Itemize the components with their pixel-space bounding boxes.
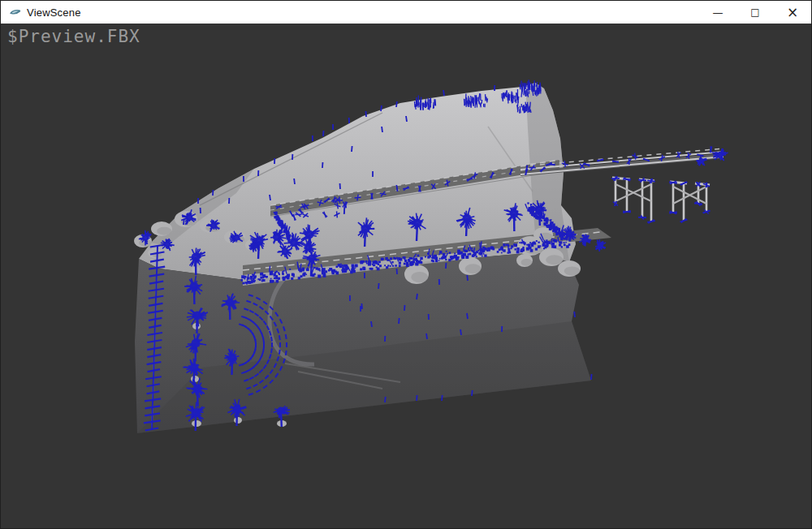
window-controls: — □ × <box>699 1 811 24</box>
maximize-button[interactable]: □ <box>736 1 774 24</box>
preview-filename-label: $Preview.FBX <box>7 27 140 46</box>
3d-viewport[interactable]: $Preview.FBX <box>1 24 812 529</box>
app-icon <box>9 6 22 19</box>
window-title: ViewScene <box>27 6 81 19</box>
scene-canvas[interactable] <box>1 24 812 529</box>
window-titlebar: ViewScene — □ × <box>1 1 811 24</box>
app-icon-glyph <box>9 6 22 19</box>
minimize-button[interactable]: — <box>699 1 736 24</box>
close-button[interactable]: × <box>774 1 811 24</box>
